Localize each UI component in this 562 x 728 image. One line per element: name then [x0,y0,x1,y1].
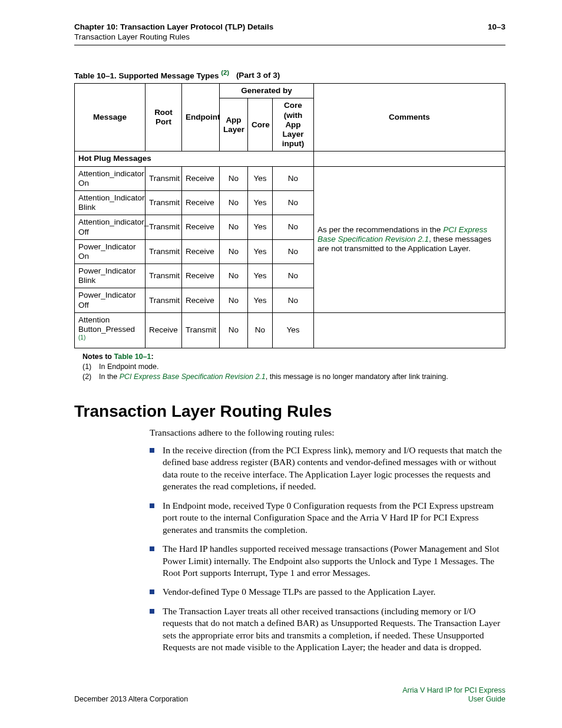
th-root-port: Root Port [146,84,182,151]
cell-core: Yes [248,190,273,215]
cell-rp: Transmit [146,215,182,239]
cell-cw: No [273,288,314,312]
cell-msg: Attention_indicator_ Off [75,215,146,239]
header-rule [74,45,505,45]
th-endpoint: Endpoint [182,84,220,151]
cell-core: Yes [248,215,273,239]
page-header: Chapter 10: Transaction Layer Protocol (… [74,22,505,42]
table-row: Attention_indicator On Transmit Receive … [75,166,505,190]
cell-rp: Receive [146,312,182,348]
rules-list: In the receive direction (from the PCI E… [150,444,505,654]
cell-core: Yes [248,264,273,288]
supported-message-types-table: Message Root Port Endpoint Generated by … [74,83,505,348]
header-section: Transaction Layer Routing Rules [74,32,273,42]
msg-footnote-link[interactable]: (1) [78,334,85,341]
cell-core: No [248,312,273,348]
cell-msg: Attention_indicator On [75,166,146,190]
section-hot-plug: Hot Plug Messages [75,151,314,166]
note-text-pre: In the [99,373,120,381]
cell-msg: Power_Indicator Blink [75,264,146,288]
cell-ep: Receive [182,166,220,190]
comments-cell: As per the recommendations in the PCI Ex… [314,166,505,312]
cell-cw: No [273,190,314,215]
notes-title-pre: Notes to [82,353,114,361]
cell-rp: Transmit [146,288,182,312]
cell-al: No [220,166,248,190]
list-item: In the receive direction (from the PCI E… [150,444,505,493]
cell-ep: Receive [182,239,220,263]
comments-pre: As per the recommendations in the [318,225,443,234]
cell-ep: Receive [182,215,220,239]
cell-ep: Transmit [182,312,220,348]
spec-link[interactable]: PCI Express Base Specification Revision … [120,373,266,381]
note-text: In the PCI Express Base Specification Re… [99,372,448,382]
list-item: Vendor-defined Type 0 Message TLPs are p… [150,586,505,598]
cell-cw: No [273,166,314,190]
cell-al: No [220,288,248,312]
note-num: (1) [82,362,99,372]
section-comments-empty [314,151,505,166]
caption-part: (Part 3 of 3) [236,71,280,80]
footer-right-1: Arria V Hard IP for PCI Express [402,686,505,694]
cell-rp: Transmit [146,264,182,288]
cell-core: Yes [248,288,273,312]
note-text-post: , this message is no longer mandatory af… [266,373,448,381]
notes-title-link[interactable]: Table 10–1 [114,353,151,361]
cell-cw: No [273,239,314,263]
note-num: (2) [82,372,99,382]
cell-ep: Receive [182,288,220,312]
footer-right-2: User Guide [468,695,505,703]
caption-footnote-link[interactable]: (2) [221,69,229,76]
note-text-pre: In Endpoint mode. [99,363,158,371]
cell-cw: Yes [273,312,314,348]
page-number: 10–3 [488,22,505,42]
cell-al: No [220,190,248,215]
section-heading: Transaction Layer Routing Rules [74,402,505,421]
msg-pre: Attention Button_Pressed [78,315,135,334]
th-generated-by: Generated by [220,84,314,98]
cell-al: No [220,264,248,288]
footer-left: December 2013 Altera Corporation [74,695,188,704]
cell-rp: Transmit [146,166,182,190]
cell-core: Yes [248,166,273,190]
cell-msg: Power_Indicator On [75,239,146,263]
cell-al: No [220,215,248,239]
chapter-title: Chapter 10: Transaction Layer Protocol (… [74,22,273,32]
cell-core: Yes [248,239,273,263]
cell-rp: Transmit [146,239,182,263]
table-row: Attention Button_Pressed (1) Receive Tra… [75,312,505,348]
table-caption: Table 10–1. Supported Message Types (2) … [74,69,505,80]
cell-cw: No [273,215,314,239]
note-item: (1) In Endpoint mode. [82,362,505,372]
cell-ep: Receive [182,264,220,288]
note-item: (2) In the PCI Express Base Specificatio… [82,372,505,382]
list-item: The Transaction Layer treats all other r… [150,605,505,654]
comments-empty [314,312,505,348]
cell-msg: Power_Indicator Off [75,288,146,312]
cell-msg: Attention Button_Pressed (1) [75,312,146,348]
notes-title-post: : [151,353,154,361]
page-footer: December 2013 Altera Corporation Arria V… [74,686,505,704]
section-body: Transactions adhere to the following rou… [150,427,505,654]
footer-right[interactable]: Arria V Hard IP for PCI Express User Gui… [402,686,505,704]
th-core-with: Core (with App Layer input) [273,98,314,151]
cell-cw: No [273,264,314,288]
th-message: Message [75,84,146,151]
th-core: Core [248,98,273,151]
section-intro: Transactions adhere to the following rou… [150,427,505,439]
notes-title: Notes to Table 10–1: [82,352,505,362]
list-item: In Endpoint mode, received Type 0 Config… [150,500,505,536]
cell-al: No [220,312,248,348]
th-app-layer: App Layer [220,98,248,151]
cell-rp: Transmit [146,190,182,215]
header-left: Chapter 10: Transaction Layer Protocol (… [74,22,273,42]
note-text: In Endpoint mode. [99,362,158,372]
table-notes: Notes to Table 10–1: (1) In Endpoint mod… [74,352,505,382]
cell-al: No [220,239,248,263]
list-item: The Hard IP handles supported received m… [150,543,505,579]
caption-prefix: Table 10–1. Supported Message Types [74,71,219,80]
cell-msg: Attention_Indicator Blink [75,190,146,215]
cell-ep: Receive [182,190,220,215]
th-comments: Comments [314,84,505,151]
